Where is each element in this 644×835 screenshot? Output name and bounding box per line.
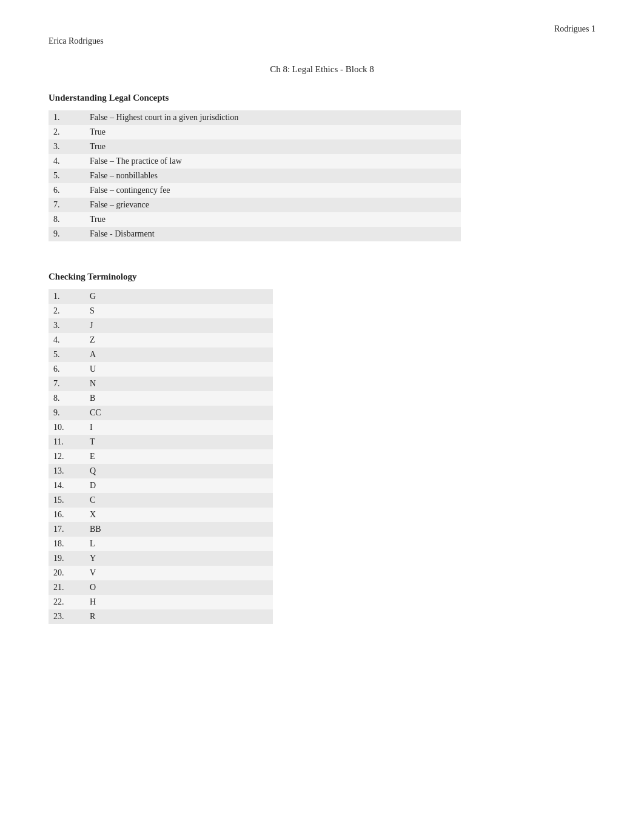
table-row: 8. B (49, 391, 273, 406)
row-number: 1. (49, 289, 85, 304)
section2-table: 1. G 2. S 3. J 4. Z 5. A 6. U 7. N 8. B … (49, 289, 273, 624)
table-row: 3. True (49, 139, 461, 154)
section1-heading: Understanding Legal Concepts (49, 93, 595, 103)
row-number: 2. (49, 304, 85, 318)
section1: Understanding Legal Concepts 1. False – … (49, 93, 595, 241)
row-number: 3. (49, 139, 85, 154)
row-number: 15. (49, 493, 85, 508)
row-answer: True (85, 139, 461, 154)
table-row: 4. Z (49, 333, 273, 347)
row-number: 8. (49, 212, 85, 227)
row-number: 6. (49, 183, 85, 198)
row-answer: O (85, 580, 273, 595)
table-row: 6. U (49, 362, 273, 377)
row-number: 8. (49, 391, 85, 406)
row-answer: False – contingency fee (85, 183, 461, 198)
section1-table: 1. False – Highest court in a given juri… (49, 110, 461, 241)
row-answer: T (85, 435, 273, 449)
row-answer: U (85, 362, 273, 377)
table-row: 3. J (49, 318, 273, 333)
row-answer: R (85, 609, 273, 624)
row-answer: H (85, 595, 273, 609)
table-row: 11. T (49, 435, 273, 449)
table-row: 9. False - Disbarment (49, 227, 461, 241)
row-number: 9. (49, 227, 85, 241)
table-row: 12. E (49, 449, 273, 464)
row-number: 22. (49, 595, 85, 609)
row-answer: Y (85, 551, 273, 566)
table-row: 18. L (49, 537, 273, 551)
row-answer: BB (85, 522, 273, 537)
row-number: 1. (49, 110, 85, 125)
row-number: 5. (49, 169, 85, 183)
row-answer: Z (85, 333, 273, 347)
row-answer: False – The practice of law (85, 154, 461, 169)
row-number: 11. (49, 435, 85, 449)
table-row: 7. N (49, 377, 273, 391)
table-row: 17. BB (49, 522, 273, 537)
table-row: 9. CC (49, 406, 273, 420)
row-number: 14. (49, 478, 85, 493)
row-number: 3. (49, 318, 85, 333)
row-number: 2. (49, 125, 85, 139)
row-answer: V (85, 566, 273, 580)
row-answer: True (85, 212, 461, 227)
row-answer: False – nonbillables (85, 169, 461, 183)
table-row: 5. False – nonbillables (49, 169, 461, 183)
row-answer: J (85, 318, 273, 333)
table-row: 1. False – Highest court in a given juri… (49, 110, 461, 125)
row-number: 5. (49, 347, 85, 362)
table-row: 20. V (49, 566, 273, 580)
table-row: 14. D (49, 478, 273, 493)
row-number: 4. (49, 154, 85, 169)
row-number: 18. (49, 537, 85, 551)
page-number: Rodrigues 1 (554, 24, 595, 34)
table-row: 6. False – contingency fee (49, 183, 461, 198)
row-answer: X (85, 508, 273, 522)
table-row: 23. R (49, 609, 273, 624)
table-row: 2. S (49, 304, 273, 318)
table-row: 10. I (49, 420, 273, 435)
row-answer: True (85, 125, 461, 139)
table-row: 21. O (49, 580, 273, 595)
table-row: 22. H (49, 595, 273, 609)
row-number: 6. (49, 362, 85, 377)
row-answer: B (85, 391, 273, 406)
row-number: 19. (49, 551, 85, 566)
row-answer: False – Highest court in a given jurisdi… (85, 110, 461, 125)
row-answer: C (85, 493, 273, 508)
row-answer: G (85, 289, 273, 304)
table-row: 4. False – The practice of law (49, 154, 461, 169)
table-row: 19. Y (49, 551, 273, 566)
row-number: 9. (49, 406, 85, 420)
row-answer: D (85, 478, 273, 493)
row-number: 13. (49, 464, 85, 478)
table-row: 16. X (49, 508, 273, 522)
row-number: 12. (49, 449, 85, 464)
row-answer: N (85, 377, 273, 391)
row-number: 20. (49, 566, 85, 580)
table-row: 7. False – grievance (49, 198, 461, 212)
page-title: Ch 8: Legal Ethics - Block 8 (49, 64, 595, 75)
row-number: 23. (49, 609, 85, 624)
table-row: 2. True (49, 125, 461, 139)
section2: Checking Terminology 1. G 2. S 3. J 4. Z… (49, 272, 595, 624)
row-answer: L (85, 537, 273, 551)
table-row: 13. Q (49, 464, 273, 478)
row-answer: CC (85, 406, 273, 420)
row-answer: False - Disbarment (85, 227, 461, 241)
row-number: 16. (49, 508, 85, 522)
row-number: 10. (49, 420, 85, 435)
table-row: 5. A (49, 347, 273, 362)
row-answer: S (85, 304, 273, 318)
row-answer: Q (85, 464, 273, 478)
author-name: Erica Rodrigues (49, 36, 595, 46)
row-answer: I (85, 420, 273, 435)
table-row: 1. G (49, 289, 273, 304)
row-answer: A (85, 347, 273, 362)
row-number: 21. (49, 580, 85, 595)
row-answer: False – grievance (85, 198, 461, 212)
table-row: 8. True (49, 212, 461, 227)
row-answer: E (85, 449, 273, 464)
row-number: 7. (49, 377, 85, 391)
